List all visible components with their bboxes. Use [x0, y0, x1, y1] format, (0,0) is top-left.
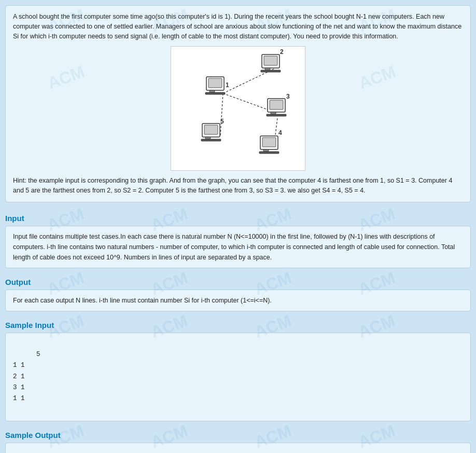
hint-text: Hint: the example input is corresponding…: [13, 176, 463, 196]
svg-rect-21: [204, 125, 218, 134]
output-title: Output: [5, 278, 471, 286]
sample-input-title: Sample Input: [5, 321, 471, 330]
svg-rect-17: [262, 138, 276, 147]
graph-svg: 1 2 3: [171, 46, 305, 171]
graph-svg-element: 1 2 3: [171, 47, 306, 171]
output-section: ACM ACM ACM ACM Output For each case out…: [5, 271, 471, 314]
problem-description: A school bought the first computer some …: [13, 12, 463, 41]
input-description: Input file contains multiple test cases.…: [13, 231, 463, 263]
svg-rect-23: [201, 139, 221, 141]
svg-rect-22: [205, 137, 211, 139]
svg-line-3: [220, 93, 223, 136]
node2-label: 2: [280, 48, 284, 56]
sample-input-box: 5 1 1 2 1 3 1 1 1: [5, 333, 471, 421]
sample-input-content: 5 1 1 2 1 3 1 1 1: [13, 351, 40, 402]
svg-rect-11: [261, 70, 281, 72]
sample-output-title: Sample Output: [5, 431, 471, 440]
svg-rect-6: [209, 90, 215, 92]
sample-input-section: ACM ACM ACM ACM Sample Input 5 1 1 2 1 3…: [5, 314, 471, 424]
svg-rect-13: [270, 100, 283, 109]
svg-rect-19: [259, 152, 279, 154]
input-description-box: Input file contains multiple test cases.…: [5, 226, 471, 268]
node4-label: 4: [278, 129, 282, 136]
svg-rect-18: [263, 149, 269, 152]
output-description-box: For each case output N lines. i-th line …: [5, 290, 471, 311]
output-description: For each case output N lines. i-th line …: [13, 295, 463, 306]
svg-rect-10: [265, 68, 270, 70]
sample-output-box: 3 2 3 4 4: [5, 443, 471, 454]
graph-container: 1 2 3: [13, 46, 463, 171]
page-wrapper: ACM ACM ACM ACM ACM ACM ACM A school bou…: [5, 5, 471, 453]
sample-output-section: ACM ACM ACM ACM Sample Output 3 2 3 4 4: [5, 424, 471, 454]
input-section: ACM ACM ACM ACM Input Input file contain…: [5, 208, 471, 271]
svg-rect-14: [271, 112, 276, 114]
svg-rect-7: [205, 92, 225, 94]
input-title: Input: [5, 214, 471, 223]
problem-card: ACM ACM ACM ACM ACM ACM ACM A school bou…: [5, 5, 471, 202]
node1-label: 1: [226, 81, 229, 89]
node5-label: 5: [220, 118, 224, 125]
svg-rect-15: [267, 114, 286, 116]
node3-label: 3: [286, 93, 290, 100]
svg-rect-5: [208, 78, 222, 88]
svg-rect-9: [264, 56, 277, 65]
